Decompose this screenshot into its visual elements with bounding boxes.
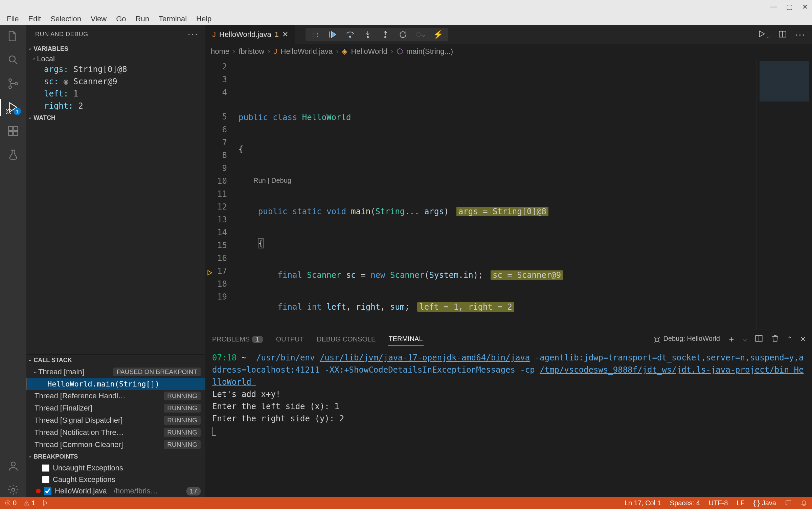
new-terminal-button[interactable]: ＋ bbox=[727, 334, 736, 345]
minimize-button[interactable]: ― bbox=[770, 3, 777, 10]
svg-point-4 bbox=[7, 110, 10, 113]
status-errors[interactable]: 0 bbox=[5, 499, 17, 507]
run-file-button[interactable]: ⌵ bbox=[757, 29, 770, 40]
status-warnings[interactable]: 1 bbox=[23, 499, 35, 507]
variable-right[interactable]: right: 2 bbox=[36, 100, 205, 112]
sidebar-more-icon[interactable]: ··· bbox=[188, 29, 199, 40]
status-spaces[interactable]: Spaces: 4 bbox=[670, 499, 700, 507]
sidebar-title: RUN AND DEBUG ··· bbox=[26, 25, 205, 43]
stack-frame[interactable]: HelloWorld.main(String[]) bbox=[26, 378, 205, 390]
status-bar: 0 1 Ln 17, Col 1 Spaces: 4 UTF-8 LF { } … bbox=[0, 497, 812, 509]
panel-tab-problems[interactable]: PROBLEMS 1 bbox=[211, 333, 264, 346]
breakpoints-header[interactable]: ›BREAKPOINTS bbox=[26, 451, 205, 462]
thread-row[interactable]: Thread [Reference Handl…RUNNING bbox=[26, 390, 205, 402]
drag-handle-icon[interactable]: ⋮⋮ bbox=[311, 32, 320, 37]
accounts-icon[interactable] bbox=[6, 459, 20, 473]
local-scope[interactable]: ›Local bbox=[26, 54, 205, 63]
panel-tab-output[interactable]: OUTPUT bbox=[275, 333, 304, 346]
status-eol[interactable]: LF bbox=[737, 499, 744, 507]
status-ln-col[interactable]: Ln 17, Col 1 bbox=[625, 499, 661, 507]
step-into-button[interactable] bbox=[363, 30, 373, 39]
variables-section: ›VARIABLES ›Local args: String[0]@8 sc: … bbox=[26, 43, 205, 112]
debug-toolbar[interactable]: ⋮⋮ ⌵ ⚡ bbox=[306, 28, 448, 41]
tab-close-icon[interactable]: ✕ bbox=[282, 30, 288, 39]
variable-args[interactable]: args: String[0]@8 bbox=[36, 63, 205, 75]
kill-terminal-button[interactable] bbox=[771, 334, 780, 345]
thread-row[interactable]: Thread [Common-Cleaner]RUNNING bbox=[26, 439, 205, 451]
status-language[interactable]: { } Java bbox=[753, 499, 776, 507]
callstack-header[interactable]: ›CALL STACK bbox=[26, 355, 205, 366]
activity-bar: 1 bbox=[0, 25, 26, 497]
menu-go[interactable]: Go bbox=[111, 13, 131, 25]
sidebar: RUN AND DEBUG ··· ›VARIABLES ›Local args… bbox=[26, 25, 205, 497]
menu-terminal[interactable]: Terminal bbox=[154, 13, 191, 25]
thread-row[interactable]: Thread [Signal Dispatcher]RUNNING bbox=[26, 414, 205, 426]
watch-header[interactable]: ›WATCH bbox=[26, 112, 205, 124]
java-file-icon: J bbox=[212, 30, 216, 39]
bp-caught[interactable]: Caught Exceptions bbox=[26, 474, 205, 485]
menu-file[interactable]: File bbox=[2, 13, 23, 25]
search-icon[interactable] bbox=[6, 53, 20, 67]
bp-checkbox[interactable] bbox=[42, 476, 49, 483]
run-debug-icon[interactable]: 1 bbox=[6, 100, 20, 114]
breadcrumb[interactable]: home› fbristow› JHelloWorld.java› ◈Hello… bbox=[205, 44, 812, 59]
split-terminal-button[interactable] bbox=[754, 334, 763, 345]
terminal-content[interactable]: 07:18 ~ /usr/bin/env /usr/lib/jvm/java-1… bbox=[205, 348, 812, 497]
status-feedback-icon[interactable] bbox=[785, 500, 792, 506]
svg-point-11 bbox=[349, 36, 351, 37]
menu-edit[interactable]: Edit bbox=[23, 13, 46, 25]
bp-uncaught[interactable]: Uncaught Exceptions bbox=[26, 462, 205, 474]
editor-more-icon[interactable]: ··· bbox=[795, 29, 806, 40]
bp-checkbox[interactable] bbox=[42, 464, 49, 472]
status-bell-icon[interactable] bbox=[800, 500, 807, 506]
menu-help[interactable]: Help bbox=[191, 13, 216, 25]
svg-point-16 bbox=[655, 338, 659, 342]
svg-rect-14 bbox=[417, 33, 420, 36]
restart-button[interactable] bbox=[398, 30, 408, 39]
inline-value: sc = Scanner@9 bbox=[491, 270, 563, 280]
code-editor[interactable]: 2 3 4 5 6 7 8 9 10 11 12 13 14 15 16 17 … bbox=[205, 59, 812, 330]
thread-row[interactable]: Thread [Finalizer]RUNNING bbox=[26, 402, 205, 414]
eye-icon: ◉ bbox=[64, 77, 68, 86]
status-encoding[interactable]: UTF-8 bbox=[709, 499, 728, 507]
hot-code-replace-button[interactable]: ⚡ bbox=[433, 30, 443, 39]
explorer-icon[interactable] bbox=[6, 29, 20, 43]
variables-header[interactable]: ›VARIABLES bbox=[26, 43, 205, 54]
variable-sc[interactable]: sc: ◉ Scanner@9 bbox=[36, 75, 205, 88]
thread-main[interactable]: › Thread [main]PAUSED ON BREAKPOINT bbox=[26, 366, 205, 378]
menu-view[interactable]: View bbox=[86, 13, 111, 25]
step-out-button[interactable] bbox=[381, 30, 390, 39]
testing-icon[interactable] bbox=[6, 148, 20, 162]
codelens[interactable]: Run | Debug bbox=[233, 175, 757, 186]
breakpoint-dot-icon bbox=[36, 489, 41, 493]
split-editor-button[interactable] bbox=[778, 30, 787, 40]
settings-gear-icon[interactable] bbox=[6, 483, 20, 497]
debug-session-label[interactable]: Debug: HelloWorld bbox=[653, 335, 720, 344]
bp-checkbox[interactable] bbox=[44, 487, 51, 495]
titlebar: ― ▢ ✕ bbox=[0, 0, 812, 13]
variable-left[interactable]: left: 1 bbox=[36, 88, 205, 100]
thread-row[interactable]: Thread [Notification Thre…RUNNING bbox=[26, 426, 205, 439]
terminal-dropdown-icon[interactable]: ⌵ bbox=[743, 335, 747, 343]
gutter[interactable]: 2 3 4 5 6 7 8 9 10 11 12 13 14 15 16 17 … bbox=[205, 59, 233, 330]
maximize-panel-button[interactable]: ⌃ bbox=[787, 335, 793, 343]
panel-tab-terminal[interactable]: TERMINAL bbox=[388, 332, 423, 346]
panel-tab-debug-console[interactable]: DEBUG CONSOLE bbox=[316, 333, 376, 346]
close-panel-button[interactable]: ✕ bbox=[800, 335, 806, 343]
step-over-button[interactable] bbox=[345, 30, 355, 39]
status-debug-launch[interactable] bbox=[42, 500, 49, 506]
close-window-button[interactable]: ✕ bbox=[801, 3, 809, 10]
menu-selection[interactable]: Selection bbox=[46, 13, 86, 25]
menu-run[interactable]: Run bbox=[131, 13, 154, 25]
menubar: File Edit Selection View Go Run Terminal… bbox=[0, 13, 812, 25]
extensions-icon[interactable] bbox=[6, 124, 20, 138]
maximize-button[interactable]: ▢ bbox=[786, 3, 793, 10]
tab-helloworld[interactable]: J HelloWorld.java 1 ✕ bbox=[205, 25, 295, 44]
stop-button[interactable]: ⌵ bbox=[416, 30, 425, 39]
svg-point-12 bbox=[367, 36, 368, 38]
minimap[interactable] bbox=[757, 59, 812, 330]
debug-badge: 1 bbox=[14, 108, 21, 115]
source-control-icon[interactable] bbox=[6, 76, 20, 91]
continue-button[interactable] bbox=[328, 30, 337, 39]
bp-file[interactable]: HelloWorld.java/home/fbris…17 bbox=[26, 485, 205, 497]
